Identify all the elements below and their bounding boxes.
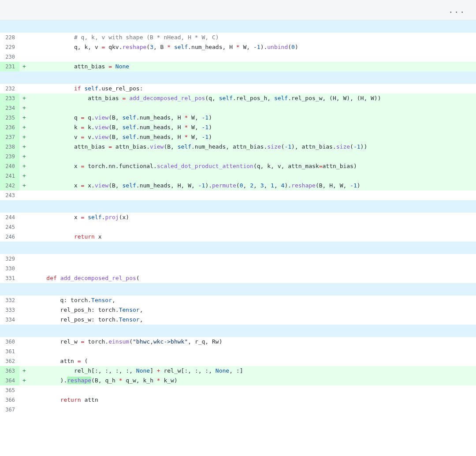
code-content[interactable]: ).reshape(B, q_h * q_w, k_h * k_w) <box>29 376 476 385</box>
line-number[interactable]: 236 <box>0 123 19 132</box>
code-token: v. <box>84 134 94 140</box>
code-token: ) <box>295 44 298 50</box>
line-number[interactable]: 246 <box>0 232 19 242</box>
line-number[interactable]: 330 <box>0 264 19 273</box>
line-number[interactable]: 244 <box>0 213 19 222</box>
diff-marker: + <box>19 113 29 123</box>
line-number[interactable]: 364 <box>0 376 19 385</box>
code-content[interactable] <box>29 152 476 161</box>
code-content <box>29 283 476 295</box>
code-content[interactable]: def add_decomposed_rel_pos( <box>29 273 476 283</box>
line-number[interactable]: 240 <box>0 161 19 171</box>
code-content[interactable]: q, k, v = qkv.reshape(3, B * self.num_he… <box>29 42 476 52</box>
code-token: def <box>46 275 56 281</box>
line-number[interactable]: 231 <box>0 62 19 71</box>
code-token: attn_mask <box>288 163 319 169</box>
code-token: (B, <box>108 114 122 121</box>
code-content[interactable]: rel_pos_w: torch.Tensor, <box>29 315 476 325</box>
code-content[interactable]: attn = ( <box>29 356 476 366</box>
code-content[interactable] <box>29 347 476 356</box>
code-content[interactable]: rel_pos_h: torch.Tensor, <box>29 305 476 315</box>
line-number[interactable]: 245 <box>0 222 19 232</box>
code-content[interactable] <box>29 103 476 113</box>
diff-row: 365 <box>0 385 476 395</box>
line-number <box>0 200 19 213</box>
diff-row: 333 rel_pos_h: torch.Tensor, <box>0 305 476 315</box>
line-number[interactable]: 234 <box>0 103 19 113</box>
line-number[interactable]: 363 <box>0 366 19 376</box>
line-number[interactable]: 365 <box>0 385 19 395</box>
line-number[interactable]: 229 <box>0 42 19 52</box>
line-number[interactable]: 243 <box>0 191 19 200</box>
code-content[interactable]: x = x.view(B, self.num_heads, H, W, -1).… <box>29 181 476 191</box>
line-number[interactable]: 235 <box>0 113 19 123</box>
line-number[interactable]: 241 <box>0 171 19 181</box>
diff-row: 235+ q = q.view(B, self.num_heads, H * W… <box>0 113 476 123</box>
line-number[interactable]: 329 <box>0 254 19 264</box>
diff-marker <box>19 405 29 415</box>
code-content[interactable] <box>29 171 476 181</box>
line-number[interactable]: 232 <box>0 84 19 93</box>
diff-marker <box>19 395 29 405</box>
line-number[interactable]: 228 <box>0 33 19 42</box>
line-number[interactable]: 366 <box>0 395 19 405</box>
code-token: attn_bias <box>33 143 108 150</box>
code-token: 0 <box>291 44 295 50</box>
line-number[interactable]: 230 <box>0 52 19 62</box>
line-number[interactable]: 361 <box>0 347 19 356</box>
diff-row: 239+ <box>0 152 476 161</box>
line-number[interactable]: 362 <box>0 356 19 366</box>
code-content[interactable]: x = self.proj(x) <box>29 213 476 222</box>
line-number[interactable]: 331 <box>0 273 19 283</box>
code-token: , <box>112 297 115 303</box>
code-content[interactable]: attn_bias = attn_bias.view(B, self.num_h… <box>29 142 476 152</box>
line-number[interactable]: 233 <box>0 93 19 103</box>
diff-marker <box>19 356 29 366</box>
code-content[interactable]: v = v.view(B, self.num_heads, H * W, -1) <box>29 132 476 142</box>
code-content[interactable]: # q, k, v with shape (B * nHead, H * W, … <box>29 33 476 42</box>
code-content[interactable] <box>29 191 476 200</box>
code-token <box>57 275 60 281</box>
code-token: * <box>167 44 171 50</box>
code-content[interactable] <box>29 222 476 232</box>
code-token: view <box>95 124 108 131</box>
diff-row: 246 return x <box>0 232 476 242</box>
diff-marker <box>19 325 29 337</box>
line-number[interactable]: 237 <box>0 132 19 142</box>
code-content[interactable]: k = k.view(B, self.num_heads, H * W, -1) <box>29 123 476 132</box>
more-actions-icon[interactable]: ... <box>448 5 465 15</box>
code-content[interactable]: attn_bias = None <box>29 62 476 71</box>
code-content[interactable]: attn_bias = add_decomposed_rel_pos(q, se… <box>29 93 476 103</box>
line-number[interactable]: 360 <box>0 337 19 347</box>
code-content[interactable] <box>29 254 476 264</box>
code-token: q. <box>84 114 94 121</box>
line-number[interactable]: 332 <box>0 295 19 305</box>
code-content[interactable]: q = q.view(B, self.num_heads, H * W, -1) <box>29 113 476 123</box>
code-content[interactable] <box>29 52 476 62</box>
diff-row: 233+ attn_bias = add_decomposed_rel_pos(… <box>0 93 476 103</box>
code-content[interactable]: rel_w = torch.einsum("bhwc,wkc->bhwk", r… <box>29 337 476 347</box>
line-number[interactable]: 239 <box>0 152 19 161</box>
line-number[interactable]: 238 <box>0 142 19 152</box>
diff-row: 367 <box>0 405 476 415</box>
line-number[interactable]: 334 <box>0 315 19 325</box>
code-content[interactable]: x = torch.nn.functional.scaled_dot_produ… <box>29 161 476 171</box>
code-content[interactable]: return attn <box>29 395 476 405</box>
line-number[interactable]: 242 <box>0 181 19 191</box>
code-content[interactable]: if self.use_rel_pos: <box>29 84 476 93</box>
code-content[interactable] <box>29 264 476 273</box>
code-content[interactable]: q: torch.Tensor, <box>29 295 476 305</box>
code-token: x <box>33 182 81 189</box>
code-token: , <box>140 306 143 313</box>
diff-marker <box>19 42 29 52</box>
code-token: attn_bias. <box>112 143 150 150</box>
code-content[interactable]: return x <box>29 232 476 242</box>
code-content[interactable] <box>29 385 476 395</box>
diff-row <box>0 325 476 337</box>
code-token: ( <box>81 358 88 364</box>
code-token: (B, H, W, <box>316 182 350 189</box>
line-number[interactable]: 367 <box>0 405 19 415</box>
line-number[interactable]: 333 <box>0 305 19 315</box>
code-content[interactable] <box>29 405 476 415</box>
code-content[interactable]: rel_h[:, :, :, :, None] + rel_w[:, :, :,… <box>29 366 476 376</box>
